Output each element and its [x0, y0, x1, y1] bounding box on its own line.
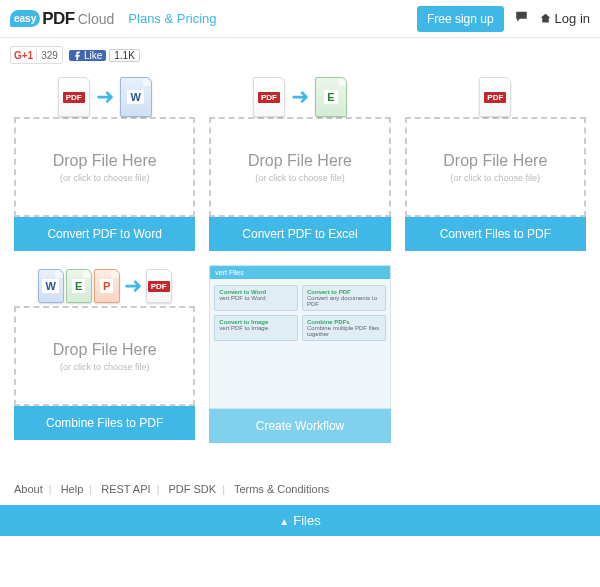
drop-title: Drop File Here: [53, 341, 157, 359]
logo-easy-badge: easy: [10, 10, 40, 27]
empty-cell: [405, 265, 586, 443]
logo[interactable]: easy PDF Cloud: [10, 9, 114, 29]
fb-like-icon: Like: [69, 50, 106, 61]
header: easy PDF Cloud Plans & Pricing Free sign…: [0, 0, 600, 38]
files-bar[interactable]: ▲Files: [0, 505, 600, 536]
card-hero: PDF: [405, 76, 586, 118]
pdf-icon: PDF: [253, 77, 285, 117]
pdf-icon: PDF: [58, 77, 90, 117]
convert-pdf-to-excel-button[interactable]: Convert PDF to Excel: [209, 217, 390, 251]
workflow-thumb-box: Combine PDFsCombine multiple PDF files t…: [302, 315, 386, 341]
google-plus-button[interactable]: G+1 329: [10, 46, 63, 64]
footer-link-pdf-sdk[interactable]: PDF SDK: [168, 483, 216, 495]
convert-files-to-pdf-button[interactable]: Convert Files to PDF: [405, 217, 586, 251]
excel-icon: E: [315, 77, 347, 117]
logo-cloud-text: Cloud: [78, 11, 115, 27]
card-hero: PDF ➜ W: [14, 76, 195, 118]
card-hero: W E P ➜ PDF: [14, 265, 195, 307]
drop-subtitle: (or click to choose file): [60, 362, 150, 372]
arrow-icon: ➜: [291, 84, 309, 110]
drop-subtitle: (or click to choose file): [451, 173, 541, 183]
word-icon: W: [120, 77, 152, 117]
combine-files-to-pdf-button[interactable]: Combine Files to PDF: [14, 406, 195, 440]
pdf-icon: PDF: [479, 77, 511, 117]
footer-link-about[interactable]: About: [14, 483, 43, 495]
card-create-workflow: vert Files Convert to Wordvert PDF to Wo…: [209, 265, 390, 443]
footer-links: About| Help| REST API| PDF SDK| Terms & …: [0, 473, 600, 505]
create-workflow-button[interactable]: Create Workflow: [209, 409, 390, 443]
arrow-icon: ➜: [96, 84, 114, 110]
nav-plans-pricing[interactable]: Plans & Pricing: [128, 11, 216, 26]
drop-subtitle: (or click to choose file): [255, 173, 345, 183]
files-bar-label: Files: [293, 513, 320, 528]
drop-subtitle: (or click to choose file): [60, 173, 150, 183]
drop-zone[interactable]: Drop File Here (or click to choose file): [405, 117, 586, 217]
login-label: Log in: [555, 11, 590, 26]
chat-icon[interactable]: [514, 10, 529, 27]
card-pdf-to-excel: PDF ➜ E Drop File Here (or click to choo…: [209, 76, 390, 251]
workflow-thumbnail[interactable]: vert Files Convert to Wordvert PDF to Wo…: [209, 265, 390, 409]
cards-grid: PDF ➜ W Drop File Here (or click to choo…: [0, 72, 600, 473]
footer-link-help[interactable]: Help: [61, 483, 84, 495]
drop-title: Drop File Here: [443, 152, 547, 170]
logo-pdf-text: PDF: [42, 9, 75, 29]
fb-like-label: Like: [84, 50, 102, 61]
convert-pdf-to-word-button[interactable]: Convert PDF to Word: [14, 217, 195, 251]
fb-like-count: 1.1K: [109, 49, 140, 62]
home-icon: [539, 12, 552, 25]
workflow-thumb-box: Convert to Wordvert PDF to Word: [214, 285, 298, 311]
card-hero: PDF ➜ E: [209, 76, 390, 118]
word-icon: W: [38, 269, 64, 303]
drop-zone[interactable]: Drop File Here (or click to choose file): [14, 117, 195, 217]
ppt-icon: P: [94, 269, 120, 303]
footer-link-terms[interactable]: Terms & Conditions: [234, 483, 329, 495]
footer-link-rest-api[interactable]: REST API: [101, 483, 150, 495]
login-link[interactable]: Log in: [539, 11, 590, 26]
gplus-count: 329: [36, 50, 62, 61]
drop-zone[interactable]: Drop File Here (or click to choose file): [14, 306, 195, 406]
excel-icon: E: [66, 269, 92, 303]
gplus-icon: G+1: [11, 50, 36, 61]
card-files-to-pdf: PDF Drop File Here (or click to choose f…: [405, 76, 586, 251]
card-combine-to-pdf: W E P ➜ PDF Drop File Here (or click to …: [14, 265, 195, 443]
header-right: Free sign up Log in: [417, 6, 590, 32]
workflow-thumb-box: Convert to PDFConvert any documents to P…: [302, 285, 386, 311]
pdf-icon: PDF: [146, 269, 172, 303]
facebook-like-button[interactable]: Like 1.1K: [69, 46, 140, 64]
signup-button[interactable]: Free sign up: [417, 6, 504, 32]
workflow-thumb-box: Convert to Imagevert PDF to Image: [214, 315, 298, 341]
drop-title: Drop File Here: [53, 152, 157, 170]
chevron-up-icon: ▲: [279, 516, 289, 527]
arrow-icon: ➜: [124, 273, 142, 299]
card-pdf-to-word: PDF ➜ W Drop File Here (or click to choo…: [14, 76, 195, 251]
workflow-thumb-header: vert Files: [210, 266, 389, 279]
social-bar: G+1 329 Like 1.1K: [0, 38, 600, 72]
drop-zone[interactable]: Drop File Here (or click to choose file): [209, 117, 390, 217]
drop-title: Drop File Here: [248, 152, 352, 170]
